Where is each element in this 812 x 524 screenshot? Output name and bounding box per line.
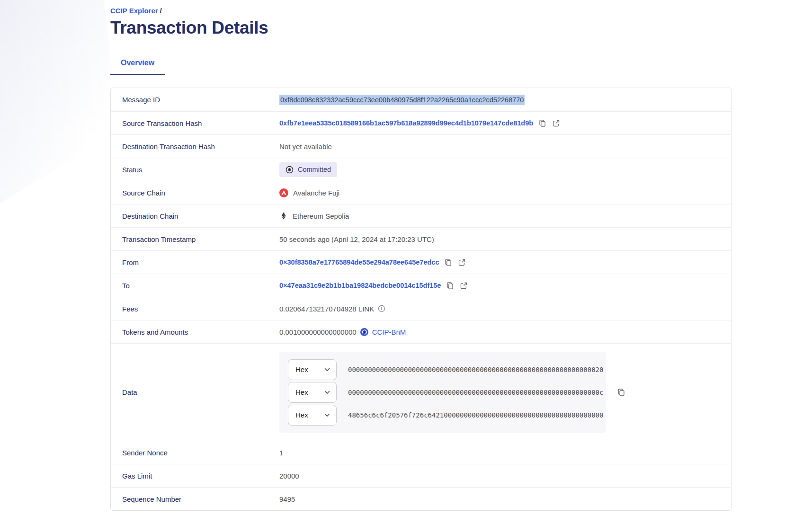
gas-limit-value: 20000 [279,472,299,480]
data-line: Hex 000000000000000000000000000000000000… [288,359,606,380]
breadcrumb-link-ccip-explorer[interactable]: CCIP Explorer [110,7,158,15]
from-address-link[interactable]: 0×30f8358a7e17765894de55e294a78ee645e7ed… [279,258,439,266]
dest-tx-hash-value: Not yet available [279,142,332,151]
row-label: Status [111,166,279,174]
dest-chain-name: Ethereum Sepolia [293,212,349,220]
fees-value: 0.020647132170704928 LINK [279,305,374,313]
row-label: Tokens and Amounts [111,328,279,336]
data-hex-panel: Hex 000000000000000000000000000000000000… [279,352,606,433]
tab-overview[interactable]: Overview [110,54,165,75]
sequence-number-value: 9495 [279,495,295,503]
copy-icon[interactable] [446,281,455,290]
ccip-bnm-token-icon [360,328,368,336]
row-label: Destination Chain [111,212,279,220]
table-row-source-tx-hash: Source Transaction Hash 0xfb7e1eea5335c0… [111,111,731,134]
breadcrumb: CCIP Explorer/ [110,0,732,15]
status-badge: Committed [279,162,337,177]
row-label: Data [111,388,279,396]
copy-icon[interactable] [616,388,626,397]
data-line: Hex 000000000000000000000000000000000000… [288,382,606,403]
external-link-icon[interactable] [552,119,561,128]
data-hex-line: 0000000000000000000000000000000000000000… [348,389,603,396]
sender-nonce-value: 1 [279,449,283,457]
table-row-timestamp: Transaction Timestamp 50 seconds ago (Ap… [111,227,731,250]
token-link[interactable]: CCIP-BnM [372,328,406,336]
row-label: Message ID [111,96,279,104]
row-label: Sender Nonce [111,449,279,457]
avalanche-icon [279,188,288,197]
encoding-select[interactable]: Hex [288,359,337,380]
encoding-select-value: Hex [295,365,308,373]
row-label: Gas Limit [111,472,279,480]
to-address-link[interactable]: 0×47eaa31c9e2b1b1ba19824bedcbe0014c15df1… [279,282,441,289]
token-amount: 0.001000000000000000 [279,328,357,336]
copy-icon[interactable] [444,258,453,267]
row-label: To [111,282,279,290]
table-row-from: From 0×30f8358a7e17765894de55e294a78ee64… [111,250,731,274]
table-row-dest-chain: Destination Chain Ethereum Sepolia [111,204,731,227]
page-title: Transaction Details [110,18,732,38]
external-link-icon[interactable] [457,258,466,267]
transaction-details-table: Message ID 0xf8dc098c832332ac59ccc73ee00… [110,88,732,511]
data-hex-line: 48656c6c6f20576f726c64210000000000000000… [348,411,603,419]
external-link-icon[interactable] [459,281,468,290]
chevron-down-icon [324,391,330,394]
message-id-value: 0xf8dc098c832332ac59ccc73ee00b480975d8f1… [279,95,525,105]
info-icon[interactable] [378,305,385,312]
encoding-select-value: Hex [295,411,308,419]
data-hex-line: 0000000000000000000000000000000000000000… [348,366,603,373]
encoding-select[interactable]: Hex [288,405,337,426]
row-label: Transaction Timestamp [111,235,279,243]
background-gradient-decoration [0,0,118,204]
table-row-sender-nonce: Sender Nonce 1 [111,441,731,464]
main-content: CCIP Explorer/ Transaction Details Overv… [110,0,732,511]
row-label: Sequence Number [111,495,279,503]
status-committed-icon [286,166,294,174]
source-tx-hash-link[interactable]: 0xfb7e1eea5335c018589166b1ac597b618a9289… [279,119,533,127]
timestamp-value: 50 seconds ago (April 12, 2024 at 17:20:… [279,235,434,243]
table-row-status: Status Committed [111,158,731,181]
table-row-data: Data Hex 0000000000000000000000000000000… [111,343,731,441]
table-row-tokens: Tokens and Amounts 0.001000000000000000 … [111,320,731,343]
row-label: Fees [111,305,279,313]
row-label: Source Chain [111,189,279,197]
table-row-source-chain: Source Chain Avalanche Fuji [111,181,731,204]
row-label: Source Transaction Hash [111,119,279,127]
table-row-message-id: Message ID 0xf8dc098c832332ac59ccc73ee00… [111,88,731,111]
source-chain-name: Avalanche Fuji [293,189,339,197]
ethereum-icon [279,212,288,220]
table-row-to: To 0×47eaa31c9e2b1b1ba19824bedcbe0014c15… [111,274,731,297]
encoding-select[interactable]: Hex [288,382,337,403]
row-label: From [111,258,279,266]
table-row-fees: Fees 0.020647132170704928 LINK [111,297,731,320]
status-badge-label: Committed [298,166,331,173]
chevron-down-icon [324,413,330,417]
encoding-select-value: Hex [295,388,308,396]
table-row-sequence-number: Sequence Number 9495 [111,487,731,510]
data-line: Hex 48656c6c6f20576f726c6421000000000000… [288,405,606,426]
copy-icon[interactable] [538,119,547,128]
tab-bar: Overview [110,54,732,75]
chevron-down-icon [324,368,330,372]
row-label: Destination Transaction Hash [111,142,279,151]
table-row-dest-tx-hash: Destination Transaction Hash Not yet ava… [111,134,731,158]
breadcrumb-separator: / [160,7,162,15]
table-row-gas-limit: Gas Limit 20000 [111,464,731,487]
